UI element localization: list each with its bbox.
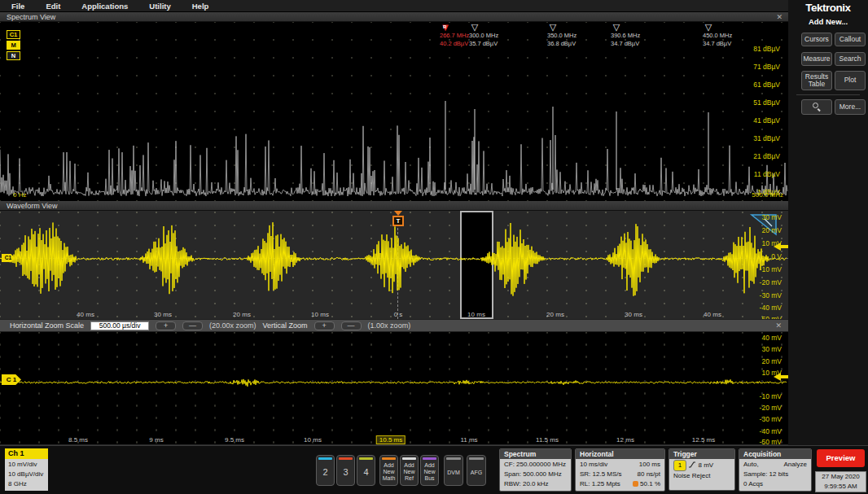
- h-zoom-factor: (20.00x zoom): [209, 321, 256, 330]
- waveform-y-tick: 10 mV: [746, 239, 782, 247]
- add-new-math-button[interactable]: Add New Math: [379, 455, 398, 486]
- menu-help[interactable]: Help: [192, 2, 209, 11]
- spectrum-rbw: RBW: 20.0 kHz: [504, 479, 567, 489]
- spectrum-trace-handle-normal[interactable]: N: [7, 51, 20, 60]
- zoom-y-tick: -30 mV: [746, 415, 782, 423]
- v-zoom-plus-button[interactable]: +: [314, 321, 335, 330]
- channel4-button[interactable]: 4: [357, 455, 375, 486]
- zoom-x-tick: 8.5 ms: [68, 436, 88, 444]
- spectrum-marker[interactable]: ▽ 450.0 MHz 34.7 dBµV: [703, 23, 765, 47]
- magnifier-icon: [813, 103, 822, 111]
- more-button[interactable]: More...: [835, 99, 866, 115]
- waveform-view-titlebar: Waveform View: [0, 201, 788, 211]
- sidebar-divider: [796, 94, 860, 95]
- cursors-button[interactable]: Cursors: [801, 33, 832, 46]
- horizontal-zoom-scale-label: Horizontal Zoom Scale: [10, 321, 84, 330]
- waveform-x-tick: 40 ms: [704, 311, 721, 318]
- bottom-settings-bar: Ch 1 10 mV/div 10 dBµV/div 8 GHz 2 3 4 A…: [0, 445, 868, 494]
- channel2-button[interactable]: 2: [316, 455, 335, 486]
- zoom-settings-button[interactable]: [801, 99, 832, 115]
- spectrum-marker[interactable]: ▽ 390.6 MHz 34.7 dBµV: [611, 23, 673, 47]
- waveform-trace: [0, 211, 788, 319]
- marker-triangle-icon: ▽: [703, 23, 714, 32]
- trigger-source-chip: 1: [673, 460, 686, 471]
- ch1-spectrum-scale: 10 dBµV/div: [8, 470, 45, 479]
- zoom-y-tick: 40 mV: [746, 334, 782, 342]
- v-zoom-minus-button[interactable]: —: [341, 321, 362, 330]
- spectrum-graph[interactable]: C1 M N ▼R 266.7 MHz 40.2 dBµV ▽ 300.0 MH…: [0, 22, 788, 201]
- callout-button[interactable]: Callout: [835, 33, 866, 46]
- rising-edge-icon: [688, 461, 696, 468]
- trigger-position-flag[interactable]: T: [392, 211, 405, 226]
- waveform-y-tick: 30 mV: [746, 213, 782, 221]
- waveform-x-tick: 10 ms: [311, 311, 329, 318]
- horizontal-zoom-scale-input[interactable]: [90, 321, 149, 330]
- h-zoom-minus-button[interactable]: —: [182, 321, 203, 330]
- zoom-scale-toolbar: Horizontal Zoom Scale + — (20.00x zoom) …: [0, 319, 788, 332]
- spectrum-x-start: 0 Hz: [13, 191, 26, 199]
- zoom-y-tick: -20 mV: [746, 404, 782, 412]
- dvm-button[interactable]: DVM: [444, 455, 463, 486]
- vertical-zoom-label: Vertical Zoom: [263, 321, 308, 330]
- spectrum-trace-handle-c1[interactable]: C1: [7, 30, 20, 39]
- ch1-scale: 10 mV/div: [8, 460, 45, 470]
- results-table-button[interactable]: Results Table: [801, 71, 832, 90]
- menu-applications[interactable]: Applications: [81, 2, 128, 11]
- right-sidebar: Tektronix Add New... Cursors Callout Mea…: [788, 0, 868, 445]
- afg-button[interactable]: AFG: [467, 455, 486, 486]
- acquisition-badge[interactable]: Acquisition Auto,Analyze Sample: 12 bits…: [739, 448, 812, 492]
- date-time-display: 27 May 2020 9:59:55 AM: [815, 471, 866, 492]
- add-new-header: Add New...: [788, 17, 868, 26]
- spectrum-y-tick: 61 dBµV: [738, 81, 780, 89]
- time: 9:59:55 AM: [816, 482, 866, 492]
- preview-button[interactable]: Preview: [817, 449, 865, 467]
- spectrum-badge[interactable]: Spectrum CF: 250.000000 MHz Span: 500.00…: [499, 448, 572, 492]
- zoom-detail-graph[interactable]: C 1 40 mV 30 mV 20 mV 10 mV -10 mV -20 m…: [0, 332, 788, 445]
- zoom-x-tick: 11.5 ms: [536, 436, 559, 444]
- channel3-button[interactable]: 3: [336, 455, 355, 486]
- add-new-bus-button[interactable]: Add New Bus: [420, 455, 439, 486]
- zoom-x-tick: 10 ms: [304, 436, 322, 444]
- date: 27 May 2020: [816, 472, 866, 482]
- waveform-x-tick: 30 ms: [154, 311, 172, 318]
- waveform-y-tick: -20 mV: [746, 278, 782, 286]
- spectrum-marker[interactable]: ▽ 300.0 MHz 35.7 dBµV: [469, 23, 531, 47]
- spectrum-trace-handle-max[interactable]: M: [7, 41, 20, 50]
- horizontal-badge[interactable]: Horizontal 10 ms/div100 ms SR: 12.5 MS/s…: [575, 448, 665, 492]
- waveform-y-tick: 0 V: [746, 252, 782, 260]
- spectrum-marker[interactable]: ▽ 350.0 MHz 36.8 dBµV: [547, 23, 609, 47]
- waveform-x-tick: 0 s: [394, 311, 403, 318]
- spectrum-y-tick: 51 dBµV: [738, 98, 780, 107]
- h-zoom-plus-button[interactable]: +: [156, 321, 176, 330]
- add-new-ref-button[interactable]: Add New Ref: [400, 455, 419, 486]
- measure-button[interactable]: Measure: [801, 52, 832, 66]
- waveform-y-tick: -10 mV: [746, 265, 782, 273]
- marker-triangle-icon: ▽: [611, 23, 622, 32]
- plot-button[interactable]: Plot: [835, 71, 866, 90]
- channel1-badge[interactable]: Ch 1 10 mV/div 10 dBµV/div 8 GHz: [5, 448, 48, 491]
- waveform-x-tick: 20 ms: [233, 311, 251, 318]
- zoom-trace: [0, 332, 788, 445]
- zoom-x-tick: 12.5 ms: [692, 436, 715, 444]
- spectrum-y-tick: 41 dBµV: [738, 116, 780, 125]
- spectrum-cf: CF: 250.000000 MHz: [504, 460, 567, 470]
- waveform-view-title: Waveform View: [7, 202, 58, 210]
- trigger-mode: Noise Reject: [673, 471, 730, 481]
- zoom-x-tick: 11 ms: [460, 436, 477, 444]
- tektronix-logo: Tektronix: [788, 2, 868, 14]
- close-icon[interactable]: ✕: [776, 12, 783, 22]
- menu-utility[interactable]: Utility: [149, 2, 170, 11]
- close-icon[interactable]: ✕: [775, 321, 782, 330]
- spectrum-y-tick: 71 dBµV: [738, 63, 780, 71]
- search-button[interactable]: Search: [835, 52, 866, 66]
- expansion-point-icon: [633, 481, 638, 487]
- spectrum-trace: [0, 22, 788, 201]
- menu-edit[interactable]: Edit: [46, 2, 60, 11]
- zoom-y-tick: 20 mV: [746, 357, 782, 365]
- waveform-graph[interactable]: T C1 30 mV 20 mV 10 mV 0 V -10 mV -20 mV…: [0, 211, 788, 319]
- trigger-badge[interactable]: Trigger 1 8 mV Noise Reject: [669, 448, 735, 491]
- zoom-x-tick: 9.5 ms: [225, 436, 244, 444]
- waveform-x-tick: 40 ms: [77, 311, 94, 318]
- menu-file[interactable]: File: [11, 2, 24, 11]
- channel1-badge-title: Ch 1: [5, 448, 48, 459]
